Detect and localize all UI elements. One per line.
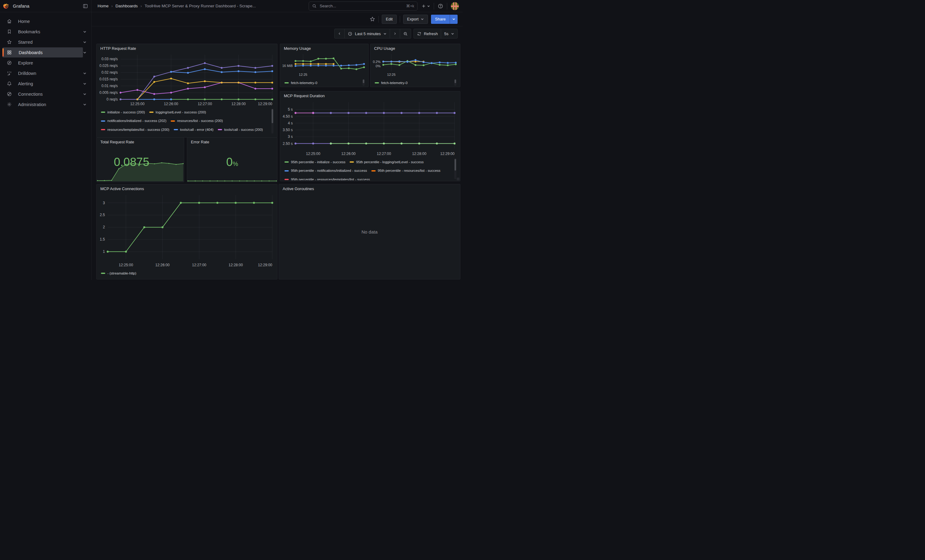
panel-title[interactable]: CPU Usage xyxy=(371,44,460,52)
legend-item[interactable]: tools/call - success (200) xyxy=(218,128,263,132)
svg-text:0.01 req/s: 0.01 req/s xyxy=(102,84,118,88)
legend-scrollbar[interactable] xyxy=(454,79,456,86)
time-shift-back-button[interactable] xyxy=(334,29,344,38)
bell-icon xyxy=(7,81,12,86)
panel-title[interactable]: Total Request Rate xyxy=(96,138,184,145)
legend-label: tools/call - error (404) xyxy=(180,128,214,132)
sidebar-item-bookmarks[interactable]: Bookmarks xyxy=(0,27,92,37)
chevron-down-icon[interactable] xyxy=(83,103,87,107)
export-button[interactable]: Export xyxy=(403,15,428,24)
sidebar-item-connections[interactable]: Connections xyxy=(0,89,92,99)
legend-swatch-icon xyxy=(101,129,105,130)
sidebar-item-administration[interactable]: Administration xyxy=(0,99,92,110)
legend-item[interactable]: 95th percentile - initialize - success xyxy=(285,160,345,164)
breadcrumb-link[interactable]: Dashboards xyxy=(116,4,138,8)
legend-item[interactable]: notifications/initialized - success (202… xyxy=(101,119,166,123)
panel-title[interactable]: MCP Request Duration xyxy=(280,92,460,99)
sidebar-item-home[interactable]: Home xyxy=(0,16,92,26)
user-avatar[interactable] xyxy=(451,2,459,10)
mcp-active-connections-chart[interactable]: 12:25:0012:26:0012:27:0012:28:0012:29:00… xyxy=(97,192,275,269)
sidebar-item-label: Starred xyxy=(18,40,83,45)
legend-item[interactable]: resources/list - success (200) xyxy=(171,119,223,123)
svg-text:12:27:00: 12:27:00 xyxy=(197,102,212,106)
share-button[interactable]: Share xyxy=(431,15,450,24)
sidebar-item-starred[interactable]: Starred xyxy=(0,37,92,47)
bookmark-icon xyxy=(7,29,12,34)
mcp-request-duration-chart[interactable]: 12:25:0012:26:0012:27:0012:28:0012:29:00… xyxy=(281,99,458,157)
legend-item[interactable]: - (streamable-http) xyxy=(101,271,136,276)
memory-usage-chart[interactable]: 12:2516 MiB xyxy=(281,52,366,78)
legend-label: - (streamable-http) xyxy=(107,271,136,276)
chevron-down-icon[interactable] xyxy=(83,41,87,44)
legend-item[interactable]: resources/templates/list - success (200) xyxy=(101,128,169,132)
legend-item[interactable]: logging/setLevel - success (200) xyxy=(149,110,206,115)
scroll-corner xyxy=(457,177,459,180)
panel-title[interactable]: Error Rate xyxy=(187,138,277,145)
panel-title[interactable]: Memory Usage xyxy=(280,44,368,52)
legend-scrollbar[interactable] xyxy=(363,79,365,86)
svg-text:0.2%: 0.2% xyxy=(373,60,381,64)
breadcrumb: Home›Dashboards›ToolHive MCP Server & Pr… xyxy=(98,4,256,8)
sidebar-item-drilldown[interactable]: Drilldown xyxy=(0,68,92,78)
sidebar-item-alerting[interactable]: Alerting xyxy=(0,78,92,89)
memory-legend: fetch-telemetry-0 xyxy=(285,79,365,87)
http-request-rate-chart[interactable]: 12:25:0012:26:0012:27:0012:28:0012:29:00… xyxy=(97,52,275,107)
legend-item[interactable]: initialize - success (200) xyxy=(101,110,145,115)
zoom-out-button[interactable] xyxy=(400,29,411,38)
favorite-star-button[interactable] xyxy=(369,16,375,22)
chevron-down-icon[interactable] xyxy=(83,72,87,75)
legend-item[interactable]: 95th percentile - resources/list - succe… xyxy=(371,168,440,173)
search-input[interactable]: ⌘+k xyxy=(309,2,417,11)
plug-icon xyxy=(7,92,12,97)
legend-label: 95th percentile - resources/list - succe… xyxy=(378,168,440,173)
edit-button[interactable]: Edit xyxy=(382,15,396,24)
help-button[interactable] xyxy=(438,3,443,9)
legend-item[interactable]: 95th percentile - resources/templates/li… xyxy=(285,177,370,181)
panel-cpu-usage: CPU Usage 12:250.2%0% fetch-telemetry-0 xyxy=(370,44,460,87)
chevron-down-icon[interactable] xyxy=(83,92,87,96)
legend-item[interactable]: 95th percentile - logging/setLevel - suc… xyxy=(350,160,424,164)
sidebar-item-dashboards[interactable]: Dashboards xyxy=(0,47,92,57)
sidebar-item-label: Connections xyxy=(18,92,83,97)
time-shift-forward-button[interactable] xyxy=(390,29,400,38)
breadcrumb-link[interactable]: Home xyxy=(98,4,108,8)
chevron-down-icon[interactable] xyxy=(83,51,87,54)
legend-scrollbar[interactable] xyxy=(454,158,456,179)
refresh-group: Refresh 5s xyxy=(414,29,458,39)
panel-title[interactable]: MCP Active Connections xyxy=(96,184,277,192)
time-range-picker[interactable]: Last 5 minutes xyxy=(344,29,390,38)
legend-item[interactable]: 95th percentile - notifications/initiali… xyxy=(285,168,367,173)
error-rate-unit: % xyxy=(233,160,238,167)
chevron-down-icon[interactable] xyxy=(83,30,87,34)
panel-http-request-rate: HTTP Request Rate 12:25:0012:26:0012:27:… xyxy=(96,44,277,138)
panel-active-goroutines: Active Goroutines No data xyxy=(279,184,460,279)
clock-icon xyxy=(348,32,353,36)
top-nav: Grafana Home›Dashboards›ToolHive MCP Ser… xyxy=(0,0,462,12)
refresh-button[interactable]: Refresh xyxy=(414,29,441,38)
add-new-button[interactable] xyxy=(421,4,430,9)
legend-item[interactable]: tools/call - error (404) xyxy=(174,128,214,132)
search-field[interactable] xyxy=(319,3,404,9)
cpu-usage-chart[interactable]: 12:250.2%0% xyxy=(371,52,458,78)
panel-title[interactable]: HTTP Request Rate xyxy=(96,44,277,52)
sidebar-item-explore[interactable]: Explore xyxy=(0,58,92,68)
legend-swatch-icon xyxy=(285,179,289,180)
refresh-icon xyxy=(417,32,422,36)
grafana-home-link[interactable]: Grafana xyxy=(3,3,91,9)
legend-item[interactable]: fetch-telemetry-0 xyxy=(375,81,407,85)
sidebar-toggle-icon[interactable] xyxy=(83,3,88,9)
refresh-interval-picker[interactable]: 5s xyxy=(441,29,457,38)
legend-label: 95th percentile - resources/templates/li… xyxy=(291,177,370,181)
share-menu-button[interactable] xyxy=(450,15,458,24)
connections-legend: - (streamable-http) xyxy=(101,270,273,278)
svg-text:12:27:00: 12:27:00 xyxy=(192,263,206,267)
refresh-interval-label: 5s xyxy=(444,32,449,36)
legend-item[interactable]: fetch-telemetry-0 xyxy=(285,81,317,85)
chevron-down-icon[interactable] xyxy=(83,82,87,86)
svg-text:12:28:00: 12:28:00 xyxy=(412,152,426,156)
legend-scrollbar[interactable] xyxy=(271,108,273,134)
svg-text:16 MiB: 16 MiB xyxy=(282,64,293,68)
divider xyxy=(434,3,434,9)
panel-memory-usage: Memory Usage 12:2516 MiB fetch-telemetry… xyxy=(280,44,369,87)
svg-text:0.025 req/s: 0.025 req/s xyxy=(99,64,118,68)
